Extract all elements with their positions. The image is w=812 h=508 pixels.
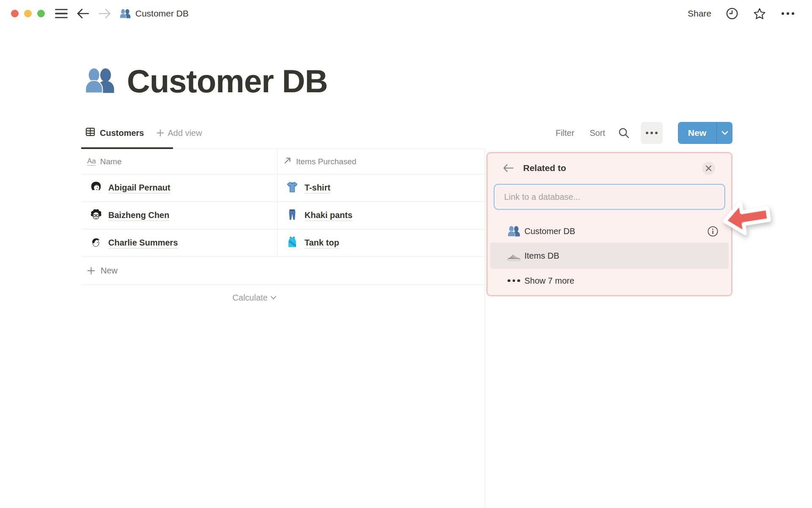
show-more-button[interactable]: Show 7 more <box>490 269 729 293</box>
name-cell: Abigail Pernaut <box>81 174 277 202</box>
customer-page-link[interactable]: Charlie Summers <box>108 238 178 248</box>
traffic-lights <box>11 10 45 17</box>
popup-header: Related to <box>503 159 715 177</box>
titlebar-actions: Share <box>688 7 795 20</box>
name-column-header[interactable]: Aa Name <box>81 149 277 174</box>
tank-top-icon <box>286 236 299 250</box>
page-title-row: Customer DB <box>84 63 328 99</box>
popup-title: Related to <box>523 163 566 173</box>
table-row: Charlie Summers Tank top <box>81 229 485 257</box>
tshirt-icon <box>286 181 299 195</box>
show-more-label: Show 7 more <box>524 276 574 286</box>
table-view-icon <box>85 127 95 139</box>
related-to-popup: Related to Customer DB <box>486 152 732 296</box>
search-icon[interactable] <box>618 127 630 139</box>
database-list: Customer DB Items DB Show 7 more <box>488 220 731 293</box>
item-cell: Tank top <box>277 229 485 257</box>
sort-button[interactable]: Sort <box>590 128 605 138</box>
new-dropdown-button[interactable] <box>716 122 732 144</box>
item-page-link[interactable]: Tank top <box>304 238 339 248</box>
filter-button[interactable]: Filter <box>556 128 574 138</box>
new-row-button[interactable]: New <box>81 257 485 285</box>
toolbar-actions: Filter Sort New <box>556 122 732 144</box>
relation-property-icon <box>283 156 292 167</box>
database-option-label: Customer DB <box>524 226 575 236</box>
side-profile-avatar-icon <box>90 236 102 250</box>
back-icon[interactable] <box>76 8 90 19</box>
history-clock-icon[interactable] <box>726 7 738 20</box>
close-icon[interactable] <box>702 162 715 175</box>
tab-customers-label: Customers <box>100 128 144 138</box>
titlebar: Customer DB Share <box>0 0 812 27</box>
table-row: Baizheng Chen Khaki pants <box>81 202 485 229</box>
plus-icon <box>87 267 95 275</box>
curly-hair-glasses-avatar-icon <box>90 208 102 223</box>
new-row-label: New <box>101 266 118 276</box>
sneaker-icon <box>507 249 521 262</box>
annotation-arrow-left-icon <box>719 193 774 242</box>
woman-bob-hair-avatar-icon <box>90 181 102 195</box>
items-purchased-column-header[interactable]: Items Purchased <box>277 149 485 174</box>
breadcrumb[interactable]: Customer DB <box>119 8 189 19</box>
view-toolbar: Customers Add view Filter Sort New <box>81 122 732 144</box>
busts-icon <box>119 8 131 19</box>
app-window: Customer DB Share Customer DB <box>0 0 812 508</box>
add-view-button[interactable]: Add view <box>156 128 202 138</box>
add-view-label: Add view <box>167 128 202 138</box>
view-options-button[interactable] <box>641 122 663 144</box>
more-options-icon[interactable] <box>781 11 795 16</box>
chevron-down-icon <box>270 295 277 300</box>
item-page-link[interactable]: T-shirt <box>304 183 330 193</box>
item-cell: T-shirt <box>277 174 485 202</box>
text-property-icon: Aa <box>87 157 96 166</box>
name-column-label: Name <box>100 157 122 166</box>
page-title[interactable]: Customer DB <box>127 63 328 99</box>
item-cell: Khaki pants <box>277 202 485 229</box>
name-cell: Charlie Summers <box>81 229 277 257</box>
share-button[interactable]: Share <box>688 8 711 19</box>
minimize-window-button[interactable] <box>24 10 32 17</box>
jeans-icon <box>286 208 299 223</box>
customer-page-link[interactable]: Abigail Pernaut <box>108 183 170 193</box>
name-cell: Baizheng Chen <box>81 202 277 229</box>
customers-table: Aa Name Items Purchased <box>81 149 485 285</box>
customer-page-link[interactable]: Baizheng Chen <box>108 210 169 221</box>
plus-icon <box>156 129 164 137</box>
new-button[interactable]: New <box>678 122 716 144</box>
active-tab-underline <box>81 147 173 149</box>
busts-icon <box>507 224 521 238</box>
calculate-label: Calculate <box>233 293 268 303</box>
zoom-window-button[interactable] <box>37 10 45 17</box>
database-option-customer-db[interactable]: Customer DB <box>490 220 729 243</box>
item-page-link[interactable]: Khaki pants <box>304 210 352 221</box>
table-row: Abigail Pernaut T-shirt <box>81 174 485 202</box>
sidebar-menu-icon[interactable] <box>55 9 68 19</box>
table-header-row: Aa Name Items Purchased <box>81 149 485 174</box>
chevron-down-icon <box>721 131 728 135</box>
database-option-label: Items DB <box>524 251 559 261</box>
link-database-search-input[interactable] <box>495 185 724 209</box>
close-window-button[interactable] <box>11 10 19 17</box>
favorite-star-icon[interactable] <box>753 7 766 20</box>
forward-icon[interactable] <box>98 8 112 19</box>
items-purchased-column-label: Items Purchased <box>296 157 357 166</box>
page-emoji-busts-icon[interactable] <box>84 64 116 98</box>
back-icon[interactable] <box>503 164 514 172</box>
database-option-items-db[interactable]: Items DB <box>490 243 729 269</box>
calculate-button[interactable]: Calculate <box>81 285 277 310</box>
info-icon[interactable] <box>707 226 719 237</box>
tab-customers[interactable]: Customers <box>81 127 148 139</box>
new-button-group: New <box>678 122 732 144</box>
breadcrumb-title: Customer DB <box>135 8 189 19</box>
ellipsis-icon <box>507 279 521 282</box>
